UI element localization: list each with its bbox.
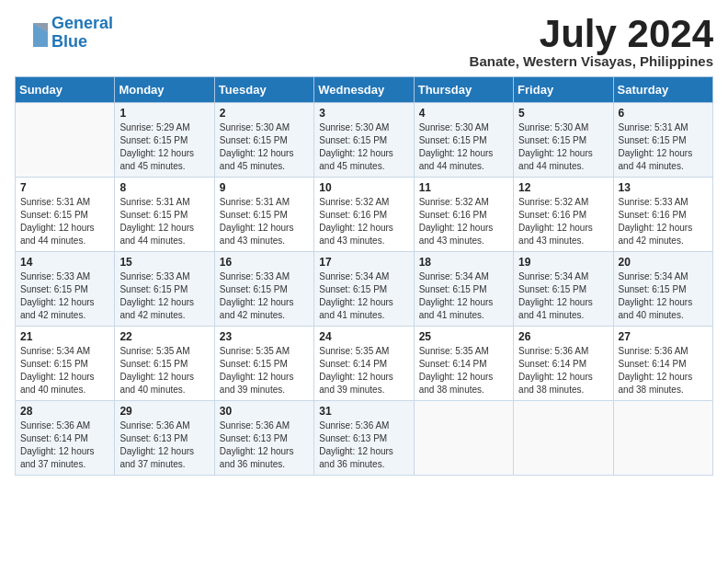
calendar-cell bbox=[16, 103, 115, 178]
calendar-cell: 2Sunrise: 5:30 AM Sunset: 6:15 PM Daylig… bbox=[214, 103, 313, 178]
day-content: Sunrise: 5:32 AM Sunset: 6:16 PM Dayligh… bbox=[319, 196, 408, 247]
day-content: Sunrise: 5:36 AM Sunset: 6:14 PM Dayligh… bbox=[619, 345, 708, 396]
day-number: 23 bbox=[220, 330, 309, 343]
day-number: 3 bbox=[319, 107, 408, 120]
calendar-week-3: 14Sunrise: 5:33 AM Sunset: 6:15 PM Dayli… bbox=[16, 252, 713, 327]
calendar-cell bbox=[613, 401, 712, 476]
calendar-cell: 28Sunrise: 5:36 AM Sunset: 6:14 PM Dayli… bbox=[16, 401, 115, 476]
day-number: 26 bbox=[518, 330, 608, 343]
calendar-cell: 16Sunrise: 5:33 AM Sunset: 6:15 PM Dayli… bbox=[214, 252, 313, 327]
day-number: 27 bbox=[619, 330, 708, 343]
day-content: Sunrise: 5:34 AM Sunset: 6:15 PM Dayligh… bbox=[419, 270, 508, 322]
calendar-cell: 8Sunrise: 5:31 AM Sunset: 6:15 PM Daylig… bbox=[115, 178, 214, 252]
calendar-cell: 21Sunrise: 5:34 AM Sunset: 6:15 PM Dayli… bbox=[16, 327, 115, 401]
day-content: Sunrise: 5:31 AM Sunset: 6:15 PM Dayligh… bbox=[119, 196, 209, 247]
calendar-cell: 13Sunrise: 5:33 AM Sunset: 6:16 PM Dayli… bbox=[613, 178, 712, 252]
calendar-cell: 22Sunrise: 5:35 AM Sunset: 6:15 PM Dayli… bbox=[115, 327, 214, 401]
day-number: 24 bbox=[319, 330, 408, 343]
day-content: Sunrise: 5:30 AM Sunset: 6:15 PM Dayligh… bbox=[419, 121, 508, 173]
day-content: Sunrise: 5:35 AM Sunset: 6:14 PM Dayligh… bbox=[419, 345, 508, 396]
day-content: Sunrise: 5:35 AM Sunset: 6:15 PM Dayligh… bbox=[119, 345, 209, 396]
day-content: Sunrise: 5:34 AM Sunset: 6:15 PM Dayligh… bbox=[518, 270, 608, 322]
calendar-cell: 26Sunrise: 5:36 AM Sunset: 6:14 PM Dayli… bbox=[514, 327, 613, 401]
day-content: Sunrise: 5:31 AM Sunset: 6:15 PM Dayligh… bbox=[20, 196, 109, 247]
calendar-cell bbox=[414, 401, 513, 476]
logo-line1: General bbox=[51, 14, 113, 32]
day-number: 29 bbox=[119, 405, 209, 418]
calendar-cell: 3Sunrise: 5:30 AM Sunset: 6:15 PM Daylig… bbox=[314, 103, 414, 178]
day-content: Sunrise: 5:31 AM Sunset: 6:15 PM Dayligh… bbox=[220, 196, 309, 247]
calendar-cell: 12Sunrise: 5:32 AM Sunset: 6:16 PM Dayli… bbox=[514, 178, 613, 252]
day-number: 2 bbox=[220, 107, 309, 120]
calendar-header-row: Sunday Monday Tuesday Wednesday Thursday… bbox=[16, 77, 713, 103]
day-content: Sunrise: 5:36 AM Sunset: 6:13 PM Dayligh… bbox=[220, 419, 309, 471]
day-content: Sunrise: 5:36 AM Sunset: 6:13 PM Dayligh… bbox=[319, 419, 408, 471]
day-content: Sunrise: 5:35 AM Sunset: 6:15 PM Dayligh… bbox=[220, 345, 309, 396]
calendar-week-1: 1Sunrise: 5:29 AM Sunset: 6:15 PM Daylig… bbox=[16, 103, 713, 178]
day-number: 20 bbox=[619, 256, 708, 269]
day-content: Sunrise: 5:33 AM Sunset: 6:16 PM Dayligh… bbox=[619, 196, 708, 247]
calendar-cell: 10Sunrise: 5:32 AM Sunset: 6:16 PM Dayli… bbox=[314, 178, 414, 252]
col-thursday: Thursday bbox=[414, 77, 513, 103]
calendar-cell: 23Sunrise: 5:35 AM Sunset: 6:15 PM Dayli… bbox=[214, 327, 313, 401]
day-number: 5 bbox=[518, 107, 608, 120]
day-content: Sunrise: 5:33 AM Sunset: 6:15 PM Dayligh… bbox=[20, 270, 109, 322]
day-number: 7 bbox=[20, 181, 109, 194]
calendar-cell: 18Sunrise: 5:34 AM Sunset: 6:15 PM Dayli… bbox=[414, 252, 513, 327]
month-title: July 2024 bbox=[470, 15, 713, 53]
day-number: 4 bbox=[419, 107, 508, 120]
day-content: Sunrise: 5:34 AM Sunset: 6:15 PM Dayligh… bbox=[619, 270, 708, 322]
calendar-cell: 17Sunrise: 5:34 AM Sunset: 6:15 PM Dayli… bbox=[314, 252, 414, 327]
calendar-cell: 14Sunrise: 5:33 AM Sunset: 6:15 PM Dayli… bbox=[16, 252, 115, 327]
calendar-cell: 24Sunrise: 5:35 AM Sunset: 6:14 PM Dayli… bbox=[314, 327, 414, 401]
day-number: 28 bbox=[20, 405, 109, 418]
calendar-cell: 27Sunrise: 5:36 AM Sunset: 6:14 PM Dayli… bbox=[613, 327, 712, 401]
calendar-cell: 30Sunrise: 5:36 AM Sunset: 6:13 PM Dayli… bbox=[214, 401, 313, 476]
day-content: Sunrise: 5:36 AM Sunset: 6:13 PM Dayligh… bbox=[119, 419, 209, 471]
day-number: 18 bbox=[419, 256, 508, 269]
calendar-cell: 15Sunrise: 5:33 AM Sunset: 6:15 PM Dayli… bbox=[115, 252, 214, 327]
day-number: 8 bbox=[119, 181, 209, 194]
page-header: General Blue July 2024 Banate, Western V… bbox=[15, 15, 713, 69]
day-content: Sunrise: 5:31 AM Sunset: 6:15 PM Dayligh… bbox=[619, 121, 708, 173]
day-number: 14 bbox=[20, 256, 109, 269]
calendar-cell: 6Sunrise: 5:31 AM Sunset: 6:15 PM Daylig… bbox=[613, 103, 712, 178]
col-tuesday: Tuesday bbox=[214, 77, 313, 103]
logo: General Blue bbox=[15, 15, 113, 52]
calendar-cell: 7Sunrise: 5:31 AM Sunset: 6:15 PM Daylig… bbox=[16, 178, 115, 252]
logo-line2: Blue bbox=[51, 32, 87, 51]
day-number: 30 bbox=[220, 405, 309, 418]
col-sunday: Sunday bbox=[16, 77, 115, 103]
logo-icon bbox=[15, 19, 48, 47]
day-number: 11 bbox=[419, 181, 508, 194]
col-monday: Monday bbox=[115, 77, 214, 103]
calendar-week-4: 21Sunrise: 5:34 AM Sunset: 6:15 PM Dayli… bbox=[16, 327, 713, 401]
calendar-cell: 9Sunrise: 5:31 AM Sunset: 6:15 PM Daylig… bbox=[214, 178, 313, 252]
day-number: 19 bbox=[518, 256, 608, 269]
location: Banate, Western Visayas, Philippines bbox=[470, 53, 713, 69]
day-content: Sunrise: 5:29 AM Sunset: 6:15 PM Dayligh… bbox=[119, 121, 209, 173]
day-number: 10 bbox=[319, 181, 408, 194]
calendar-cell: 11Sunrise: 5:32 AM Sunset: 6:16 PM Dayli… bbox=[414, 178, 513, 252]
calendar-week-2: 7Sunrise: 5:31 AM Sunset: 6:15 PM Daylig… bbox=[16, 178, 713, 252]
calendar-cell: 31Sunrise: 5:36 AM Sunset: 6:13 PM Dayli… bbox=[314, 401, 414, 476]
day-number: 31 bbox=[319, 405, 408, 418]
calendar-cell: 20Sunrise: 5:34 AM Sunset: 6:15 PM Dayli… bbox=[613, 252, 712, 327]
calendar-cell: 1Sunrise: 5:29 AM Sunset: 6:15 PM Daylig… bbox=[115, 103, 214, 178]
day-content: Sunrise: 5:34 AM Sunset: 6:15 PM Dayligh… bbox=[319, 270, 408, 322]
day-content: Sunrise: 5:30 AM Sunset: 6:15 PM Dayligh… bbox=[319, 121, 408, 173]
calendar-cell: 4Sunrise: 5:30 AM Sunset: 6:15 PM Daylig… bbox=[414, 103, 513, 178]
day-number: 25 bbox=[419, 330, 508, 343]
day-content: Sunrise: 5:36 AM Sunset: 6:14 PM Dayligh… bbox=[20, 419, 109, 471]
day-number: 17 bbox=[319, 256, 408, 269]
day-number: 15 bbox=[119, 256, 209, 269]
day-content: Sunrise: 5:30 AM Sunset: 6:15 PM Dayligh… bbox=[220, 121, 309, 173]
calendar-table: Sunday Monday Tuesday Wednesday Thursday… bbox=[15, 76, 713, 476]
day-content: Sunrise: 5:32 AM Sunset: 6:16 PM Dayligh… bbox=[518, 196, 608, 247]
day-content: Sunrise: 5:33 AM Sunset: 6:15 PM Dayligh… bbox=[119, 270, 209, 322]
calendar-cell: 19Sunrise: 5:34 AM Sunset: 6:15 PM Dayli… bbox=[514, 252, 613, 327]
col-wednesday: Wednesday bbox=[314, 77, 414, 103]
day-number: 1 bbox=[119, 107, 209, 120]
day-content: Sunrise: 5:34 AM Sunset: 6:15 PM Dayligh… bbox=[20, 345, 109, 396]
day-number: 12 bbox=[518, 181, 608, 194]
